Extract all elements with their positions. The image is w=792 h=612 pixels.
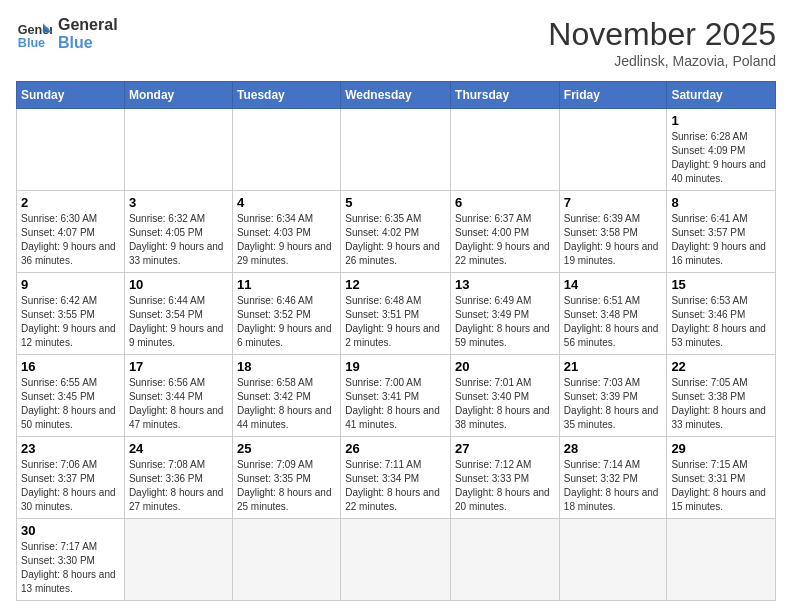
day-cell: 26Sunrise: 7:11 AM Sunset: 3:34 PM Dayli… xyxy=(341,437,451,519)
day-cell: 8Sunrise: 6:41 AM Sunset: 3:57 PM Daylig… xyxy=(667,191,776,273)
logo-icon: General Blue xyxy=(16,16,52,52)
day-cell: 18Sunrise: 6:58 AM Sunset: 3:42 PM Dayli… xyxy=(232,355,340,437)
day-number: 7 xyxy=(564,195,663,210)
day-cell: 29Sunrise: 7:15 AM Sunset: 3:31 PM Dayli… xyxy=(667,437,776,519)
day-cell xyxy=(124,109,232,191)
header: General Blue General Blue November 2025 … xyxy=(16,16,776,69)
day-info: Sunrise: 6:41 AM Sunset: 3:57 PM Dayligh… xyxy=(671,212,771,268)
day-cell: 10Sunrise: 6:44 AM Sunset: 3:54 PM Dayli… xyxy=(124,273,232,355)
day-number: 14 xyxy=(564,277,663,292)
logo-blue: Blue xyxy=(58,34,118,52)
day-number: 4 xyxy=(237,195,336,210)
col-header-sunday: Sunday xyxy=(17,82,125,109)
day-number: 11 xyxy=(237,277,336,292)
day-cell: 9Sunrise: 6:42 AM Sunset: 3:55 PM Daylig… xyxy=(17,273,125,355)
calendar-title: November 2025 xyxy=(548,16,776,53)
day-cell: 1Sunrise: 6:28 AM Sunset: 4:09 PM Daylig… xyxy=(667,109,776,191)
day-info: Sunrise: 6:32 AM Sunset: 4:05 PM Dayligh… xyxy=(129,212,228,268)
day-info: Sunrise: 7:15 AM Sunset: 3:31 PM Dayligh… xyxy=(671,458,771,514)
day-info: Sunrise: 6:37 AM Sunset: 4:00 PM Dayligh… xyxy=(455,212,555,268)
day-info: Sunrise: 6:34 AM Sunset: 4:03 PM Dayligh… xyxy=(237,212,336,268)
day-cell: 3Sunrise: 6:32 AM Sunset: 4:05 PM Daylig… xyxy=(124,191,232,273)
day-info: Sunrise: 7:17 AM Sunset: 3:30 PM Dayligh… xyxy=(21,540,120,596)
day-cell: 2Sunrise: 6:30 AM Sunset: 4:07 PM Daylig… xyxy=(17,191,125,273)
day-info: Sunrise: 7:09 AM Sunset: 3:35 PM Dayligh… xyxy=(237,458,336,514)
col-header-friday: Friday xyxy=(559,82,667,109)
calendar-table: SundayMondayTuesdayWednesdayThursdayFrid… xyxy=(16,81,776,601)
day-info: Sunrise: 7:11 AM Sunset: 3:34 PM Dayligh… xyxy=(345,458,446,514)
day-number: 22 xyxy=(671,359,771,374)
day-number: 10 xyxy=(129,277,228,292)
day-cell: 25Sunrise: 7:09 AM Sunset: 3:35 PM Dayli… xyxy=(232,437,340,519)
day-cell xyxy=(124,519,232,601)
day-number: 13 xyxy=(455,277,555,292)
day-cell: 20Sunrise: 7:01 AM Sunset: 3:40 PM Dayli… xyxy=(451,355,560,437)
day-info: Sunrise: 6:53 AM Sunset: 3:46 PM Dayligh… xyxy=(671,294,771,350)
day-number: 18 xyxy=(237,359,336,374)
day-info: Sunrise: 7:03 AM Sunset: 3:39 PM Dayligh… xyxy=(564,376,663,432)
day-cell: 24Sunrise: 7:08 AM Sunset: 3:36 PM Dayli… xyxy=(124,437,232,519)
day-cell: 19Sunrise: 7:00 AM Sunset: 3:41 PM Dayli… xyxy=(341,355,451,437)
day-number: 25 xyxy=(237,441,336,456)
day-cell: 6Sunrise: 6:37 AM Sunset: 4:00 PM Daylig… xyxy=(451,191,560,273)
week-row-4: 16Sunrise: 6:55 AM Sunset: 3:45 PM Dayli… xyxy=(17,355,776,437)
day-info: Sunrise: 6:44 AM Sunset: 3:54 PM Dayligh… xyxy=(129,294,228,350)
day-cell: 22Sunrise: 7:05 AM Sunset: 3:38 PM Dayli… xyxy=(667,355,776,437)
day-info: Sunrise: 7:01 AM Sunset: 3:40 PM Dayligh… xyxy=(455,376,555,432)
day-number: 5 xyxy=(345,195,446,210)
logo-general: General xyxy=(58,16,118,34)
week-row-6: 30Sunrise: 7:17 AM Sunset: 3:30 PM Dayli… xyxy=(17,519,776,601)
day-number: 6 xyxy=(455,195,555,210)
day-cell: 4Sunrise: 6:34 AM Sunset: 4:03 PM Daylig… xyxy=(232,191,340,273)
day-info: Sunrise: 6:48 AM Sunset: 3:51 PM Dayligh… xyxy=(345,294,446,350)
day-cell xyxy=(17,109,125,191)
week-row-5: 23Sunrise: 7:06 AM Sunset: 3:37 PM Dayli… xyxy=(17,437,776,519)
day-info: Sunrise: 6:58 AM Sunset: 3:42 PM Dayligh… xyxy=(237,376,336,432)
day-cell xyxy=(341,519,451,601)
day-cell: 7Sunrise: 6:39 AM Sunset: 3:58 PM Daylig… xyxy=(559,191,667,273)
day-cell: 5Sunrise: 6:35 AM Sunset: 4:02 PM Daylig… xyxy=(341,191,451,273)
day-cell: 28Sunrise: 7:14 AM Sunset: 3:32 PM Dayli… xyxy=(559,437,667,519)
day-cell xyxy=(232,109,340,191)
day-cell: 27Sunrise: 7:12 AM Sunset: 3:33 PM Dayli… xyxy=(451,437,560,519)
day-cell xyxy=(451,519,560,601)
title-section: November 2025 Jedlinsk, Mazovia, Poland xyxy=(548,16,776,69)
day-cell xyxy=(559,109,667,191)
day-number: 15 xyxy=(671,277,771,292)
day-number: 8 xyxy=(671,195,771,210)
day-info: Sunrise: 6:30 AM Sunset: 4:07 PM Dayligh… xyxy=(21,212,120,268)
svg-text:Blue: Blue xyxy=(18,36,45,50)
day-cell: 16Sunrise: 6:55 AM Sunset: 3:45 PM Dayli… xyxy=(17,355,125,437)
day-number: 9 xyxy=(21,277,120,292)
day-info: Sunrise: 6:39 AM Sunset: 3:58 PM Dayligh… xyxy=(564,212,663,268)
day-number: 20 xyxy=(455,359,555,374)
col-header-monday: Monday xyxy=(124,82,232,109)
day-cell xyxy=(341,109,451,191)
day-cell: 30Sunrise: 7:17 AM Sunset: 3:30 PM Dayli… xyxy=(17,519,125,601)
day-number: 30 xyxy=(21,523,120,538)
week-row-1: 1Sunrise: 6:28 AM Sunset: 4:09 PM Daylig… xyxy=(17,109,776,191)
day-number: 3 xyxy=(129,195,228,210)
week-row-2: 2Sunrise: 6:30 AM Sunset: 4:07 PM Daylig… xyxy=(17,191,776,273)
day-cell: 13Sunrise: 6:49 AM Sunset: 3:49 PM Dayli… xyxy=(451,273,560,355)
logo: General Blue General Blue xyxy=(16,16,118,52)
day-info: Sunrise: 7:14 AM Sunset: 3:32 PM Dayligh… xyxy=(564,458,663,514)
day-info: Sunrise: 6:55 AM Sunset: 3:45 PM Dayligh… xyxy=(21,376,120,432)
day-info: Sunrise: 7:05 AM Sunset: 3:38 PM Dayligh… xyxy=(671,376,771,432)
day-info: Sunrise: 6:35 AM Sunset: 4:02 PM Dayligh… xyxy=(345,212,446,268)
day-cell: 11Sunrise: 6:46 AM Sunset: 3:52 PM Dayli… xyxy=(232,273,340,355)
day-number: 19 xyxy=(345,359,446,374)
day-cell xyxy=(451,109,560,191)
day-cell xyxy=(667,519,776,601)
day-cell: 15Sunrise: 6:53 AM Sunset: 3:46 PM Dayli… xyxy=(667,273,776,355)
col-header-thursday: Thursday xyxy=(451,82,560,109)
day-number: 16 xyxy=(21,359,120,374)
day-info: Sunrise: 6:28 AM Sunset: 4:09 PM Dayligh… xyxy=(671,130,771,186)
day-info: Sunrise: 6:51 AM Sunset: 3:48 PM Dayligh… xyxy=(564,294,663,350)
day-number: 28 xyxy=(564,441,663,456)
day-number: 1 xyxy=(671,113,771,128)
day-number: 21 xyxy=(564,359,663,374)
day-cell: 12Sunrise: 6:48 AM Sunset: 3:51 PM Dayli… xyxy=(341,273,451,355)
day-cell xyxy=(559,519,667,601)
day-cell: 23Sunrise: 7:06 AM Sunset: 3:37 PM Dayli… xyxy=(17,437,125,519)
